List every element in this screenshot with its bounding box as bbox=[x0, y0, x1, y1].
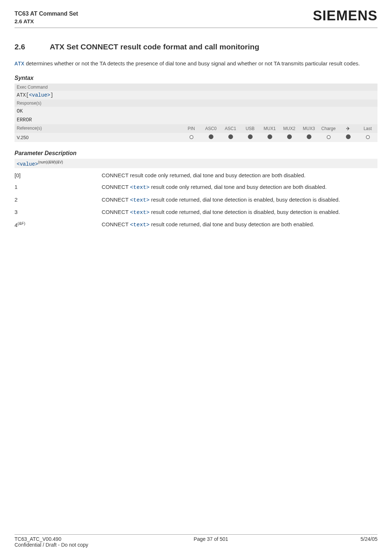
syntax-heading: Syntax bbox=[15, 75, 377, 81]
param-row-2: 2 CONNECT <text> result code returned, d… bbox=[15, 194, 377, 206]
reference-columns: PIN ASC0 ASC1 USB MUX1 MUX2 MUX3 Charge … bbox=[181, 124, 377, 133]
syntax-block: Exec Command ATX[<value>] Response(s) OK… bbox=[15, 84, 377, 142]
param-sup: (num)(&W)(&V) bbox=[38, 160, 63, 164]
dot-asc0 bbox=[201, 134, 221, 140]
param-key-4: 4(&F) bbox=[15, 219, 102, 231]
param-key-1: 1 bbox=[15, 181, 102, 194]
open-circle-icon bbox=[327, 135, 331, 139]
param-desc-heading: Parameter Description bbox=[15, 150, 377, 157]
filled-circle-icon bbox=[228, 134, 233, 139]
param-row-1: 1 CONNECT <text> result code only return… bbox=[15, 181, 377, 194]
param-desc-4: CONNECT <text> result code returned, dia… bbox=[102, 219, 377, 231]
references-label: Reference(s) bbox=[15, 124, 181, 133]
param-table: [0] CONNECT result code only returned, d… bbox=[15, 170, 377, 231]
atx-command-ref[interactable]: ATX bbox=[15, 61, 24, 67]
param-desc-0: CONNECT result code only returned, dial … bbox=[102, 170, 377, 181]
col-pin: PIN bbox=[181, 125, 201, 133]
param-row-0: [0] CONNECT result code only returned, d… bbox=[15, 170, 377, 181]
response-label: Response(s) bbox=[15, 100, 377, 107]
section-number: 2.6 bbox=[15, 42, 48, 51]
doc-subsection: 2.6 ATX bbox=[15, 18, 78, 25]
reference-value-row: V.250 bbox=[15, 133, 377, 142]
exec-value-link[interactable]: <value> bbox=[29, 92, 50, 98]
dot-mux2 bbox=[279, 134, 299, 140]
col-asc0: ASC0 bbox=[201, 125, 221, 133]
dot-mux3 bbox=[299, 134, 319, 140]
col-mux2: MUX2 bbox=[279, 125, 299, 133]
param-desc-3: CONNECT <text> result code returned, dia… bbox=[102, 206, 377, 219]
text-link[interactable]: <text> bbox=[130, 210, 150, 216]
param-name: <value> bbox=[17, 161, 38, 167]
dot-usb bbox=[240, 134, 260, 140]
text-link[interactable]: <text> bbox=[130, 185, 150, 191]
doc-title: TC63 AT Command Set bbox=[15, 11, 78, 17]
filled-circle-icon bbox=[248, 134, 253, 139]
exec-command-label: Exec Command bbox=[15, 84, 377, 91]
param-desc-2: CONNECT <text> result code returned, dia… bbox=[102, 194, 377, 206]
reference-value: V.250 bbox=[15, 133, 181, 142]
dot-charge bbox=[319, 135, 338, 140]
param-key-3: 3 bbox=[15, 206, 102, 219]
param-row-4: 4(&F) CONNECT <text> result code returne… bbox=[15, 219, 377, 231]
dot-plane bbox=[338, 134, 358, 140]
col-mux1: MUX1 bbox=[260, 125, 279, 133]
filled-circle-icon bbox=[209, 134, 213, 139]
text-link[interactable]: <text> bbox=[130, 197, 150, 203]
param-desc-1: CONNECT <text> result code only returned… bbox=[102, 181, 377, 194]
section-title: 2.6 ATX Set CONNECT result code format a… bbox=[15, 42, 377, 51]
siemens-logo: SIEMENS bbox=[313, 8, 377, 24]
param-row-3: 3 CONNECT <text> result code returned, d… bbox=[15, 206, 377, 219]
reference-dots bbox=[181, 133, 377, 142]
response-ok: OK bbox=[15, 107, 377, 116]
intro-paragraph: ATX determines whether or not the TA det… bbox=[15, 60, 377, 68]
open-circle-icon bbox=[366, 135, 370, 139]
reference-header-row: Reference(s) PIN ASC0 ASC1 USB MUX1 MUX2… bbox=[15, 124, 377, 133]
filled-circle-icon bbox=[307, 134, 311, 139]
filled-circle-icon bbox=[268, 134, 272, 139]
col-asc1: ASC1 bbox=[221, 125, 240, 133]
filled-circle-icon bbox=[287, 134, 292, 139]
col-mux3: MUX3 bbox=[299, 125, 319, 133]
section-heading: ATX Set CONNECT result code format and c… bbox=[50, 42, 259, 51]
col-usb: USB bbox=[240, 125, 260, 133]
dot-last bbox=[358, 135, 377, 140]
header-divider bbox=[15, 28, 377, 28]
param-header: <value>(num)(&W)(&V) bbox=[15, 159, 377, 169]
open-circle-icon bbox=[189, 135, 193, 139]
dot-asc1 bbox=[221, 134, 240, 140]
dot-pin bbox=[181, 135, 201, 140]
exec-prefix: ATX bbox=[17, 92, 26, 98]
col-charge: Charge bbox=[319, 125, 338, 133]
page-header: TC63 AT Command Set 2.6 ATX SIEMENS bbox=[15, 10, 377, 25]
intro-text: determines whether or not the TA detects… bbox=[24, 60, 360, 66]
header-left: TC63 AT Command Set 2.6 ATX bbox=[15, 10, 78, 25]
text-link[interactable]: <text> bbox=[130, 222, 150, 228]
param-key-2: 2 bbox=[15, 194, 102, 206]
response-error: ERROR bbox=[15, 116, 377, 124]
param-key-0: [0] bbox=[15, 170, 102, 181]
filled-circle-icon bbox=[346, 134, 351, 139]
col-last: Last bbox=[358, 125, 377, 133]
airplane-icon: ✈ bbox=[338, 124, 358, 133]
dot-mux1 bbox=[260, 134, 279, 140]
exec-command-code: ATX[<value>] bbox=[15, 91, 377, 100]
